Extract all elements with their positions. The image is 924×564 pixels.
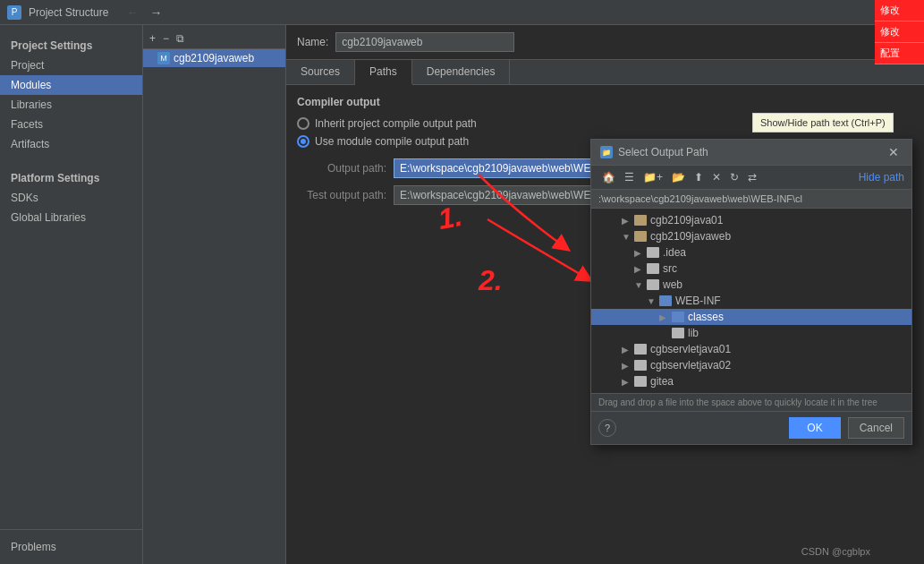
tree-item-idea[interactable]: ▶ .idea: [591, 244, 911, 261]
add-button[interactable]: +: [147, 30, 158, 47]
radio-inherit-circle: [297, 117, 309, 130]
sidebar-item-libraries[interactable]: Libraries: [0, 95, 142, 115]
folder-icon: [659, 295, 672, 306]
nav-buttons: ← →: [123, 4, 165, 21]
right-panel: Name: Sources Paths Dependencies Compile…: [286, 25, 924, 564]
tree-item-src[interactable]: ▶ src: [591, 261, 911, 277]
dialog-title-left: 📁 Select Output Path: [600, 146, 708, 158]
tree-arrow: ▶: [622, 361, 631, 371]
dialog-up-btn[interactable]: ⬆: [691, 169, 707, 185]
tabs-bar: Sources Paths Dependencies: [286, 60, 924, 85]
module-tree-item[interactable]: M cgb2109javaweb: [143, 49, 285, 67]
folder-icon: [634, 360, 647, 371]
sidebar-item-sdks[interactable]: SDKs: [0, 188, 142, 208]
dialog-home-btn[interactable]: 🏠: [598, 169, 619, 185]
tree-item-classes[interactable]: ▶ classes: [591, 309, 911, 325]
folder-icon: [672, 328, 684, 338]
dialog-newfolder2-btn[interactable]: 📂: [668, 169, 689, 185]
tree-item-label: cgbservletjava01: [650, 343, 731, 355]
tree-item-web-inf[interactable]: ▼ WEB-INF: [591, 293, 911, 309]
tree-arrow: ▼: [647, 296, 656, 306]
dialog-refresh2-btn[interactable]: ⇄: [744, 169, 760, 185]
folder-icon: [647, 247, 659, 258]
sidebar-item-artifacts[interactable]: Artifacts: [0, 134, 142, 154]
forward-button[interactable]: →: [146, 4, 165, 21]
sidebar-item-modules[interactable]: Modules: [0, 75, 142, 95]
tree-item-label: cgb2109javaweb: [650, 230, 731, 243]
radio-module-circle: [297, 135, 309, 148]
app-icon: P: [7, 5, 21, 20]
name-input[interactable]: [335, 32, 514, 52]
tree-arrow: ▶: [634, 264, 643, 274]
dialog-list-btn[interactable]: ☰: [621, 169, 638, 185]
sidebar-item-project[interactable]: Project: [0, 56, 142, 75]
tree-item-label: cgb2109java01: [650, 214, 723, 226]
module-name: cgb2109javaweb: [174, 52, 254, 64]
cancel-button[interactable]: Cancel: [848, 417, 904, 439]
tree-item-label: WEB-INF: [675, 295, 721, 307]
folder-icon: [634, 376, 647, 387]
radio-inherit-label: Inherit project compile output path: [315, 117, 477, 130]
dialog-refresh-btn[interactable]: ↻: [726, 169, 742, 185]
dialog-tree[interactable]: ▶ cgb2109java01 ▼ cgb2109javaweb ▶: [591, 209, 911, 393]
name-label: Name:: [297, 36, 328, 48]
tree-item-cgb2109javaweb[interactable]: ▼ cgb2109javaweb: [591, 228, 911, 244]
dialog-newfolder-btn[interactable]: 📁+: [640, 169, 666, 185]
annotation-1: 1.: [436, 200, 465, 236]
dialog-toolbar: 🏠 ☰ 📁+ 📂 ⬆ ✕ ↻ ⇄ Hide path: [591, 166, 911, 190]
tree-arrow: ▶: [659, 312, 668, 322]
tree-arrow: ▶: [634, 248, 643, 258]
tree-item-label: classes: [688, 311, 724, 323]
hide-path-link[interactable]: Hide path: [859, 171, 904, 184]
copy-button[interactable]: ⧉: [174, 30, 187, 47]
dialog-footer: ? OK Cancel: [591, 411, 911, 444]
dialog-path-text: :\workspace\cgb2109javaweb\web\WEB-INF\c…: [598, 193, 904, 204]
tree-arrow: ▼: [634, 280, 643, 290]
sidebar-separator: [0, 529, 142, 530]
back-button[interactable]: ←: [123, 4, 142, 21]
folder-icon: [647, 263, 659, 274]
ok-button[interactable]: OK: [789, 417, 840, 439]
sidebar-item-problems[interactable]: Problems: [0, 537, 142, 557]
sidebar-item-facets[interactable]: Facets: [0, 115, 142, 134]
tree-item-label: src: [663, 262, 677, 275]
tree-item-gitea[interactable]: ▶ gitea: [591, 373, 911, 389]
tree-item-label: .idea: [663, 246, 686, 259]
tab-sources[interactable]: Sources: [286, 60, 355, 84]
folder-icon: [634, 344, 647, 355]
dialog-title-bar: 📁 Select Output Path ✕: [591, 140, 911, 166]
tree-item-label: cgbservletjava02: [650, 359, 731, 372]
help-button[interactable]: ?: [598, 419, 616, 437]
tab-dependencies[interactable]: Dependencies: [412, 60, 511, 84]
tree-item-lib[interactable]: lib: [591, 325, 911, 341]
tree-arrow: ▶: [622, 377, 631, 387]
tree-item-web[interactable]: ▼ web: [591, 277, 911, 293]
sidebar-item-global-libraries[interactable]: Global Libraries: [0, 208, 142, 227]
test-output-path-label: Test output path:: [297, 189, 386, 201]
dialog-close-button[interactable]: ✕: [885, 145, 903, 159]
tree-item-cgbservletjava02[interactable]: ▶ cgbservletjava02: [591, 357, 911, 373]
tree-arrow: ▶: [622, 216, 631, 226]
main-window: 修改 修改 配置 P Project Structure ← → Project…: [0, 0, 924, 564]
sidebar: Project Settings Project Modules Librari…: [0, 25, 143, 564]
tree-item-cgbservletjava01[interactable]: ▶ cgbservletjava01: [591, 341, 911, 357]
remove-button[interactable]: −: [160, 30, 172, 47]
right-annotations-panel: 修改 修改 配置: [875, 0, 924, 64]
module-icon: M: [157, 52, 170, 64]
right-ann-2: 修改: [875, 21, 924, 43]
dialog-delete-btn[interactable]: ✕: [708, 169, 725, 185]
dialog-title-text: Select Output Path: [618, 146, 708, 158]
project-settings-label: Project Settings: [0, 32, 142, 56]
main-content: Project Settings Project Modules Librari…: [0, 25, 924, 564]
tree-item-label: web: [663, 278, 682, 291]
tree-arrow: ▶: [622, 345, 631, 355]
radio-module-label: Use module compile output path: [315, 135, 469, 148]
dialog-drop-hint: Drag and drop a file into the space abov…: [591, 393, 911, 411]
tab-paths[interactable]: Paths: [355, 60, 412, 85]
compiler-output-title: Compiler output: [297, 96, 913, 108]
tree-item-cgb2109java01[interactable]: ▶ cgb2109java01: [591, 212, 911, 228]
window-title: Project Structure: [29, 6, 108, 19]
tree-arrow: ▼: [622, 232, 631, 242]
select-output-path-dialog: 📁 Select Output Path ✕ 🏠 ☰ 📁+ 📂 ⬆ ✕ ↻: [590, 139, 912, 445]
title-bar: P Project Structure ← →: [0, 0, 924, 25]
